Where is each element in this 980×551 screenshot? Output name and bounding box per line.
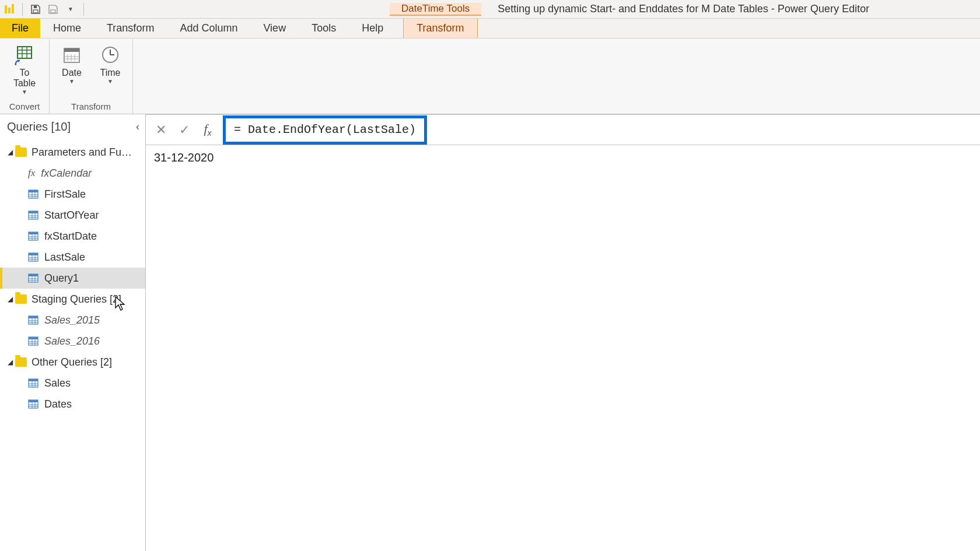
query-group[interactable]: ◢Parameters and Fu… [0,142,145,163]
to-table-icon [13,43,36,66]
table-icon [28,273,38,283]
ribbon-group-convert: To Table ▼ Convert [0,38,50,114]
svg-rect-22 [29,190,38,192]
table-icon [28,399,38,409]
tab-context-transform[interactable]: Transform [403,19,477,38]
svg-rect-5 [51,10,55,13]
svg-rect-0 [5,5,7,13]
svg-rect-46 [29,274,38,276]
window-title: Setting up dynamic Start- and Enddates f… [481,3,980,15]
query-item[interactable]: Sales_2015 [0,310,145,331]
query-group[interactable]: ◢Other Queries [2] [0,352,145,373]
query-item[interactable]: StartOfYear [0,205,145,226]
query-label: StartOfYear [44,209,99,222]
table-icon [28,210,38,220]
query-group[interactable]: ◢Staging Queries [2] [0,289,145,310]
query-label: FirstSale [44,188,86,201]
clock-icon [99,43,122,66]
queries-tree: ◢Parameters and Fu…fxfxCalendarFirstSale… [0,139,145,417]
queries-title: Queries [10] [7,120,71,134]
query-label: Sales [44,377,71,389]
query-item[interactable]: LastSale [0,247,145,268]
fx-icon[interactable]: fx [196,121,219,138]
expand-icon[interactable]: ◢ [6,148,14,156]
ribbon-tab-strip: File Home Transform Add Column View Tool… [0,19,980,38]
svg-rect-34 [29,232,38,234]
workspace: Queries [10] ‹ ◢Parameters and Fu…fxfxCa… [0,114,980,551]
svg-rect-12 [64,48,79,52]
result-value: 31-12-2020 [146,145,980,170]
query-label: Sales_2016 [44,335,100,348]
tab-transform[interactable]: Transform [94,19,167,38]
group-label: Parameters and Fu… [32,146,132,159]
query-label: Sales_2015 [44,314,100,327]
folder-icon [15,294,27,304]
to-table-button[interactable]: To Table ▼ [6,42,43,95]
query-label: fxStartDate [44,230,97,243]
commit-formula-button[interactable]: ✓ [173,118,196,142]
app-icon [1,1,18,17]
query-item[interactable]: Dates [0,394,145,415]
svg-rect-52 [29,316,38,318]
query-label: Query1 [44,272,79,285]
query-item[interactable]: Sales [0,373,145,394]
query-item[interactable]: fxStartDate [0,226,145,247]
collapse-pane-button[interactable]: ‹ [136,121,139,133]
query-label: LastSale [44,251,85,264]
queries-pane: Queries [10] ‹ ◢Parameters and Fu…fxfxCa… [0,114,146,551]
time-label: Time [100,68,121,78]
tab-add-column[interactable]: Add Column [167,19,250,38]
chevron-down-icon: ▼ [22,89,27,95]
preview-area: ✕ ✓ fx = Date.EndOfYear(LastSale) 31-12-… [146,114,980,551]
ribbon-group-label: Transform [71,100,111,113]
svg-rect-6 [18,47,32,58]
separator [22,3,23,16]
table-icon [28,315,38,325]
chevron-down-icon: ▼ [107,78,113,85]
svg-rect-70 [29,400,38,402]
query-item[interactable]: FirstSale [0,184,145,205]
tab-tools[interactable]: Tools [299,19,349,38]
query-label: Dates [44,398,72,410]
separator [83,3,84,16]
svg-rect-3 [33,10,38,13]
svg-rect-64 [29,379,38,381]
folder-icon [15,357,27,367]
formula-highlight: = Date.EndOfYear(LastSale) [223,115,427,145]
quick-access-toolbar: ▼ [20,2,86,16]
date-label: Date [62,68,82,78]
table-icon [28,231,38,241]
table-icon [28,252,38,262]
expand-icon[interactable]: ◢ [6,358,14,366]
date-button[interactable]: Date ▼ [55,42,88,85]
ribbon-group-transform: Date ▼ Time ▼ Transform [50,38,133,114]
tab-help[interactable]: Help [349,19,396,38]
svg-rect-40 [29,253,38,255]
svg-rect-2 [12,4,14,13]
svg-rect-28 [29,211,38,213]
formula-input[interactable]: = Date.EndOfYear(LastSale) [234,123,416,136]
query-item[interactable]: fxfxCalendar [0,163,145,184]
expand-icon[interactable]: ◢ [6,295,14,303]
tab-file[interactable]: File [0,19,40,38]
cancel-formula-button[interactable]: ✕ [149,118,173,142]
tab-view[interactable]: View [250,19,299,38]
ribbon: To Table ▼ Convert Date ▼ [0,38,980,114]
query-item[interactable]: Sales_2016 [0,331,145,352]
time-button[interactable]: Time ▼ [94,42,127,85]
folder-icon [15,148,27,157]
group-label: Staging Queries [2] [32,293,121,306]
contextual-tools-label: DateTime Tools [390,3,481,16]
save-button[interactable] [29,2,43,16]
calendar-icon [60,43,83,66]
undo-button[interactable] [46,2,60,16]
table-icon [28,189,38,199]
query-label: fxCalendar [41,167,92,180]
function-icon: fx [28,167,35,179]
chevron-down-icon: ▼ [69,78,75,85]
svg-rect-4 [34,6,37,8]
tab-home[interactable]: Home [40,19,94,38]
to-table-label: To Table [13,68,36,89]
qat-dropdown[interactable]: ▼ [64,2,78,16]
query-item[interactable]: Query1 [0,268,145,289]
